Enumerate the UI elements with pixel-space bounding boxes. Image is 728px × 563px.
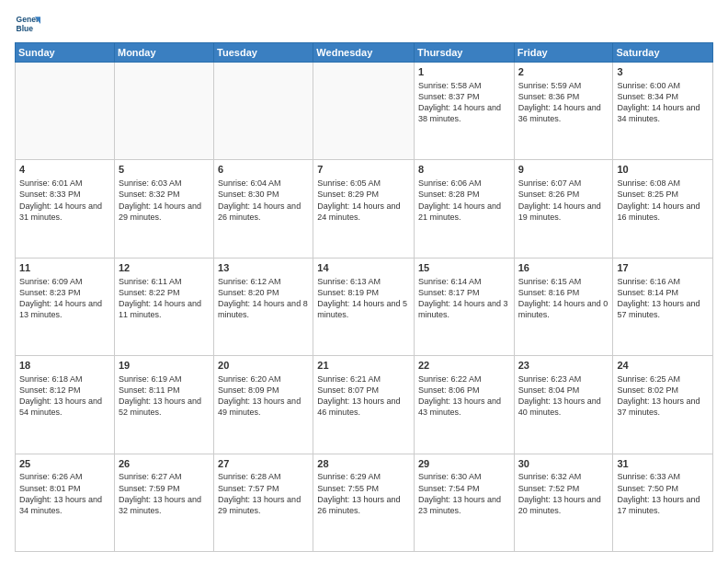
day-number: 2	[518, 65, 609, 79]
calendar-body: 1Sunrise: 5:58 AM Sunset: 8:37 PM Daylig…	[16, 63, 713, 552]
header-day-saturday: Saturday	[613, 43, 713, 63]
calendar-cell	[16, 63, 115, 160]
calendar-cell: 11Sunrise: 6:09 AM Sunset: 8:23 PM Dayli…	[16, 258, 115, 355]
day-number: 21	[317, 359, 410, 373]
calendar-cell: 25Sunrise: 6:26 AM Sunset: 8:01 PM Dayli…	[16, 454, 115, 551]
day-info: Sunrise: 6:04 AM Sunset: 8:30 PM Dayligh…	[218, 178, 309, 223]
header-day-thursday: Thursday	[414, 43, 514, 63]
day-number: 5	[119, 163, 210, 177]
day-info: Sunrise: 6:32 AM Sunset: 7:52 PM Dayligh…	[518, 471, 609, 516]
day-number: 27	[218, 457, 309, 471]
calendar-cell	[114, 63, 213, 160]
day-info: Sunrise: 6:25 AM Sunset: 8:02 PM Dayligh…	[617, 373, 709, 419]
calendar-cell: 7Sunrise: 6:05 AM Sunset: 8:29 PM Daylig…	[313, 160, 415, 258]
day-number: 16	[518, 261, 609, 275]
day-info: Sunrise: 6:27 AM Sunset: 7:59 PM Dayligh…	[119, 471, 210, 516]
day-info: Sunrise: 6:13 AM Sunset: 8:19 PM Dayligh…	[317, 276, 410, 321]
calendar-week-3: 18Sunrise: 6:18 AM Sunset: 8:12 PM Dayli…	[16, 356, 713, 454]
day-number: 25	[19, 457, 110, 471]
header: General Blue	[15, 11, 713, 37]
day-number: 14	[317, 261, 410, 275]
header-row: SundayMondayTuesdayWednesdayThursdayFrid…	[16, 43, 713, 63]
calendar-week-2: 11Sunrise: 6:09 AM Sunset: 8:23 PM Dayli…	[16, 258, 713, 355]
day-info: Sunrise: 6:03 AM Sunset: 8:32 PM Dayligh…	[119, 178, 210, 223]
day-info: Sunrise: 6:28 AM Sunset: 7:57 PM Dayligh…	[218, 471, 309, 516]
calendar-cell: 14Sunrise: 6:13 AM Sunset: 8:19 PM Dayli…	[313, 258, 415, 355]
day-number: 9	[518, 163, 609, 177]
day-number: 26	[119, 457, 210, 471]
svg-text:General: General	[17, 15, 40, 24]
calendar-cell: 5Sunrise: 6:03 AM Sunset: 8:32 PM Daylig…	[114, 160, 213, 258]
logo-icon: General Blue	[15, 11, 40, 37]
calendar-cell	[313, 63, 415, 160]
day-info: Sunrise: 6:06 AM Sunset: 8:28 PM Dayligh…	[418, 178, 510, 223]
calendar-cell: 19Sunrise: 6:19 AM Sunset: 8:11 PM Dayli…	[114, 356, 213, 454]
calendar-cell: 1Sunrise: 5:58 AM Sunset: 8:37 PM Daylig…	[414, 63, 514, 160]
day-info: Sunrise: 6:33 AM Sunset: 7:50 PM Dayligh…	[617, 471, 709, 516]
calendar-cell: 29Sunrise: 6:30 AM Sunset: 7:54 PM Dayli…	[414, 454, 514, 551]
day-number: 20	[218, 359, 309, 373]
calendar-cell: 26Sunrise: 6:27 AM Sunset: 7:59 PM Dayli…	[114, 454, 213, 551]
day-info: Sunrise: 5:58 AM Sunset: 8:37 PM Dayligh…	[418, 80, 510, 125]
calendar-week-0: 1Sunrise: 5:58 AM Sunset: 8:37 PM Daylig…	[16, 63, 713, 160]
day-number: 22	[418, 359, 510, 373]
header-day-friday: Friday	[514, 43, 613, 63]
calendar-cell: 2Sunrise: 5:59 AM Sunset: 8:36 PM Daylig…	[514, 63, 613, 160]
day-number: 3	[617, 65, 709, 79]
day-info: Sunrise: 6:15 AM Sunset: 8:16 PM Dayligh…	[518, 276, 609, 321]
calendar-cell: 4Sunrise: 6:01 AM Sunset: 8:33 PM Daylig…	[16, 160, 115, 258]
calendar-cell	[214, 63, 313, 160]
day-info: Sunrise: 6:26 AM Sunset: 8:01 PM Dayligh…	[19, 471, 110, 516]
calendar-cell: 24Sunrise: 6:25 AM Sunset: 8:02 PM Dayli…	[613, 356, 713, 454]
calendar-cell: 8Sunrise: 6:06 AM Sunset: 8:28 PM Daylig…	[414, 160, 514, 258]
day-number: 1	[418, 65, 510, 79]
day-info: Sunrise: 6:07 AM Sunset: 8:26 PM Dayligh…	[518, 178, 609, 223]
day-info: Sunrise: 6:12 AM Sunset: 8:20 PM Dayligh…	[218, 276, 309, 321]
calendar-cell: 10Sunrise: 6:08 AM Sunset: 8:25 PM Dayli…	[613, 160, 713, 258]
day-info: Sunrise: 6:21 AM Sunset: 8:07 PM Dayligh…	[317, 373, 410, 419]
logo: General Blue	[15, 11, 40, 37]
day-info: Sunrise: 6:23 AM Sunset: 8:04 PM Dayligh…	[518, 373, 609, 419]
day-number: 23	[518, 359, 609, 373]
day-info: Sunrise: 6:11 AM Sunset: 8:22 PM Dayligh…	[119, 276, 210, 321]
calendar-cell: 28Sunrise: 6:29 AM Sunset: 7:55 PM Dayli…	[313, 454, 415, 551]
day-info: Sunrise: 6:05 AM Sunset: 8:29 PM Dayligh…	[317, 178, 410, 223]
calendar-table: SundayMondayTuesdayWednesdayThursdayFrid…	[15, 42, 713, 552]
day-number: 18	[19, 359, 110, 373]
calendar-cell: 23Sunrise: 6:23 AM Sunset: 8:04 PM Dayli…	[514, 356, 613, 454]
header-day-sunday: Sunday	[16, 43, 115, 63]
day-number: 7	[317, 163, 410, 177]
calendar-cell: 27Sunrise: 6:28 AM Sunset: 7:57 PM Dayli…	[214, 454, 313, 551]
calendar-cell: 20Sunrise: 6:20 AM Sunset: 8:09 PM Dayli…	[214, 356, 313, 454]
day-info: Sunrise: 6:16 AM Sunset: 8:14 PM Dayligh…	[617, 276, 709, 321]
day-number: 11	[19, 261, 110, 275]
calendar-cell: 6Sunrise: 6:04 AM Sunset: 8:30 PM Daylig…	[214, 160, 313, 258]
day-info: Sunrise: 6:19 AM Sunset: 8:11 PM Dayligh…	[119, 373, 210, 419]
day-info: Sunrise: 6:30 AM Sunset: 7:54 PM Dayligh…	[418, 471, 510, 516]
calendar-cell: 22Sunrise: 6:22 AM Sunset: 8:06 PM Dayli…	[414, 356, 514, 454]
calendar-cell: 3Sunrise: 6:00 AM Sunset: 8:34 PM Daylig…	[613, 63, 713, 160]
day-number: 28	[317, 457, 410, 471]
svg-text:Blue: Blue	[17, 24, 34, 33]
calendar-cell: 31Sunrise: 6:33 AM Sunset: 7:50 PM Dayli…	[613, 454, 713, 551]
day-info: Sunrise: 6:22 AM Sunset: 8:06 PM Dayligh…	[418, 373, 510, 419]
day-number: 17	[617, 261, 709, 275]
day-info: Sunrise: 6:00 AM Sunset: 8:34 PM Dayligh…	[617, 80, 709, 125]
page: General Blue SundayMondayTuesdayWednesda…	[0, 0, 728, 563]
calendar-cell: 13Sunrise: 6:12 AM Sunset: 8:20 PM Dayli…	[214, 258, 313, 355]
day-number: 30	[518, 457, 609, 471]
day-number: 29	[418, 457, 510, 471]
header-day-monday: Monday	[114, 43, 213, 63]
calendar-cell: 21Sunrise: 6:21 AM Sunset: 8:07 PM Dayli…	[313, 356, 415, 454]
day-number: 24	[617, 359, 709, 373]
day-info: Sunrise: 6:01 AM Sunset: 8:33 PM Dayligh…	[19, 178, 110, 223]
day-number: 31	[617, 457, 709, 471]
calendar-cell: 18Sunrise: 6:18 AM Sunset: 8:12 PM Dayli…	[16, 356, 115, 454]
day-number: 4	[19, 163, 110, 177]
day-info: Sunrise: 6:09 AM Sunset: 8:23 PM Dayligh…	[19, 276, 110, 321]
calendar-cell: 12Sunrise: 6:11 AM Sunset: 8:22 PM Dayli…	[114, 258, 213, 355]
calendar-cell: 15Sunrise: 6:14 AM Sunset: 8:17 PM Dayli…	[414, 258, 514, 355]
day-info: Sunrise: 6:14 AM Sunset: 8:17 PM Dayligh…	[418, 276, 510, 321]
day-info: Sunrise: 6:08 AM Sunset: 8:25 PM Dayligh…	[617, 178, 709, 223]
calendar-cell: 16Sunrise: 6:15 AM Sunset: 8:16 PM Dayli…	[514, 258, 613, 355]
